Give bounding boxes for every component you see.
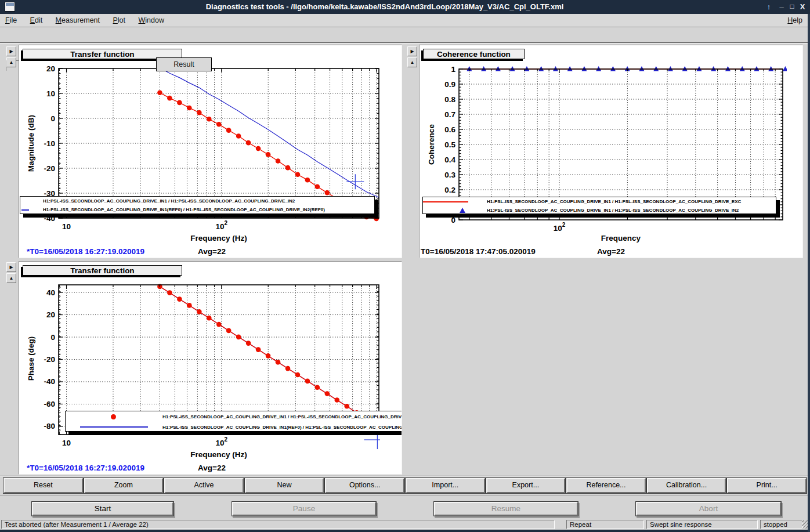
start-button[interactable]: Start xyxy=(32,502,173,516)
separator xyxy=(0,476,810,477)
plot-title-text: Transfer function xyxy=(70,50,134,59)
legend-entry: H1:PSL-ISS_SECONDLOOP_AC_COUPLING_DRIVE_… xyxy=(43,207,374,212)
plot-frame xyxy=(59,285,379,435)
svg-text:-10: -10 xyxy=(44,139,55,148)
calibration-button[interactable]: Calibration... xyxy=(647,478,726,493)
t0-timestamp: T0=16/05/2018 17:47:05.020019 xyxy=(421,247,536,256)
zoom-button[interactable]: Zoom xyxy=(84,478,164,493)
panel-scroll-right-icon[interactable]: ▶ xyxy=(6,262,16,272)
svg-text:102: 102 xyxy=(215,436,227,447)
plot-title-text: Coherence function xyxy=(437,50,511,59)
coherence-plot-canvas[interactable]: 10.90.80.70.60.50.40.30.20.10102 xyxy=(420,45,804,259)
status-repeat: Repeat xyxy=(566,520,644,529)
window-frame-bottom xyxy=(0,530,810,532)
menu-bar: File Edit Measurement Plot Window Help xyxy=(0,14,810,27)
legend-entry: H1:PSL-ISS_SECONDLOOP_AC_COUPLING_DRIVE_… xyxy=(43,198,374,204)
abort-button[interactable]: Abort xyxy=(636,502,781,516)
svg-text:0: 0 xyxy=(50,114,55,123)
reference-button[interactable]: Reference... xyxy=(566,478,646,493)
title-bar[interactable]: Diagnostics test tools - /ligo/home/keit… xyxy=(0,0,810,14)
legend: H1:PSL-ISS_SECONDLOOP_AC_COUPLING_DRIVE_… xyxy=(422,197,776,214)
options-button[interactable]: Options... xyxy=(325,478,404,493)
averages-label: Avg=22 xyxy=(198,464,226,472)
separator xyxy=(0,495,810,496)
panel-scroll-right-icon[interactable]: ▶ xyxy=(6,46,16,56)
svg-text:0.9: 0.9 xyxy=(444,80,455,89)
svg-text:0.4: 0.4 xyxy=(444,155,455,164)
menu-plot[interactable]: Plot xyxy=(108,14,131,27)
plot-toolbar: Reset Zoom Active New Options... Import.… xyxy=(3,478,807,493)
plot-panel-coherence: 10.90.80.70.60.50.40.30.20.10102 Coheren… xyxy=(419,45,803,258)
averages-label: Avg=22 xyxy=(597,247,625,256)
x-axis-label: Frequency xyxy=(459,234,783,243)
svg-text:102: 102 xyxy=(554,222,566,233)
status-message: Test aborted (after Measurement 1 / Aver… xyxy=(1,520,555,529)
status-mode: Swept sine response xyxy=(646,520,758,529)
svg-text:0.2: 0.2 xyxy=(444,186,455,194)
maximize-icon[interactable]: □ xyxy=(787,1,797,12)
svg-text:102: 102 xyxy=(215,220,227,231)
plot-title: Coherence function xyxy=(423,49,525,59)
export-button[interactable]: Export... xyxy=(486,478,566,493)
svg-text:-20: -20 xyxy=(44,355,55,364)
legend-marker-red-line xyxy=(423,197,487,206)
menu-edit[interactable]: Edit xyxy=(25,14,48,27)
svg-text:-60: -60 xyxy=(44,400,55,408)
legend-marker-blue-triangle xyxy=(423,206,487,215)
panel-scroll-right-icon[interactable]: ▶ xyxy=(407,46,417,56)
svg-text:-40: -40 xyxy=(44,377,55,386)
panel-scroll-up-icon[interactable]: ▲ xyxy=(6,273,16,283)
legend-marker-none xyxy=(20,197,43,205)
phase-plot-canvas[interactable]: 40200-20-40-60-8010102 xyxy=(19,262,403,475)
svg-text:0: 0 xyxy=(50,333,55,342)
menu-window[interactable]: Window xyxy=(133,14,169,27)
panel-scroll-up-icon[interactable]: ▲ xyxy=(6,57,16,67)
legend-marker-blue-line xyxy=(20,205,43,214)
svg-text:-20: -20 xyxy=(44,164,55,173)
legend-entry: H1:PSL-ISS_SECONDLOOP_AC_COUPLING_DRIVE_… xyxy=(487,199,776,204)
new-button[interactable]: New xyxy=(245,478,324,493)
svg-text:-80: -80 xyxy=(44,422,55,430)
tab-bar: Input Measurement Excitation Result xyxy=(0,28,810,44)
panel-scroll-up-icon[interactable]: ▲ xyxy=(407,57,417,67)
series xyxy=(157,284,380,449)
svg-text:0.5: 0.5 xyxy=(444,140,455,149)
plot-title: Transfer function xyxy=(23,265,182,276)
svg-text:20: 20 xyxy=(46,310,55,319)
svg-text:0.7: 0.7 xyxy=(444,110,455,119)
magnitude-plot-canvas[interactable]: 20100-10-20-30-4010102 xyxy=(19,45,403,259)
svg-text:20: 20 xyxy=(46,64,55,73)
svg-text:10: 10 xyxy=(62,439,71,447)
plot-title-text: Transfer function xyxy=(70,266,134,275)
menu-file[interactable]: File xyxy=(0,14,22,27)
close-icon[interactable]: X xyxy=(797,1,808,12)
resume-button[interactable]: Resume xyxy=(434,502,578,516)
x-axis-label: Frequency (Hz) xyxy=(59,234,379,243)
y-axis-label: Phase (deg) xyxy=(27,272,37,446)
window-title: Diagnostics test tools - /ligo/home/keit… xyxy=(23,0,746,14)
status-state: stopped xyxy=(760,520,803,529)
tab-result[interactable]: Result xyxy=(156,57,212,71)
reset-button[interactable]: Reset xyxy=(3,478,83,493)
minimize-icon[interactable]: _ xyxy=(776,0,787,10)
x-axis-label: Frequency (Hz) xyxy=(59,450,379,459)
t0-timestamp: *T0=16/05/2018 16:27:19.020019 xyxy=(27,464,144,472)
shade-icon[interactable]: ↑ xyxy=(764,1,774,12)
menu-help[interactable]: Help xyxy=(782,14,808,27)
menu-measurement[interactable]: Measurement xyxy=(50,14,105,27)
svg-text:40: 40 xyxy=(46,288,55,297)
pause-button[interactable]: Pause xyxy=(232,502,376,516)
svg-text:1: 1 xyxy=(451,65,455,74)
app-icon xyxy=(5,2,15,12)
grid xyxy=(59,285,379,435)
plot-panel-magnitude: 20100-10-20-30-4010102 Transfer function… xyxy=(19,45,402,258)
svg-text:10: 10 xyxy=(46,89,55,98)
import-button[interactable]: Import... xyxy=(406,478,485,493)
plot-panel-phase: 40200-20-40-60-8010102 Transfer function… xyxy=(19,261,402,475)
status-bar: Test aborted (after Measurement 1 / Aver… xyxy=(0,519,810,530)
svg-text:0.8: 0.8 xyxy=(444,95,455,104)
print-button[interactable]: Print... xyxy=(727,478,807,493)
window-frame-right xyxy=(808,14,810,532)
legend: H1:PSL-ISS_SECONDLOOP_AC_COUPLING_DRIVE_… xyxy=(20,196,375,214)
active-button[interactable]: Active xyxy=(164,478,244,493)
